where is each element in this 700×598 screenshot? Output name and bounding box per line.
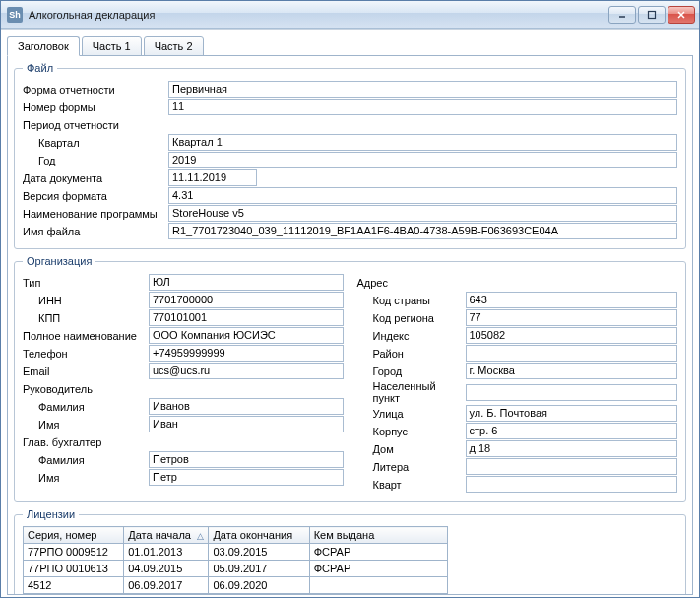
- maximize-button[interactable]: [638, 6, 666, 24]
- label-full-name: Полное наименование: [23, 330, 149, 342]
- tabs: Заголовок Часть 1 Часть 2: [7, 33, 693, 55]
- label-head-fam: Фамилия: [23, 401, 149, 413]
- label-street: Улица: [357, 408, 466, 420]
- label-kpp: КПП: [23, 312, 149, 324]
- label-region: Код региона: [357, 312, 466, 324]
- field-year[interactable]: 2019: [168, 152, 677, 168]
- field-type[interactable]: ЮЛ: [149, 274, 344, 291]
- field-korpus[interactable]: стр. 6: [466, 423, 678, 439]
- label-kvart: Кварт: [357, 479, 466, 491]
- svg-rect-1: [649, 11, 656, 18]
- field-litera[interactable]: [466, 458, 678, 475]
- app-window: Sh Алкогольная декларация Заголовок Част…: [0, 0, 700, 598]
- tab-header[interactable]: Заголовок: [7, 36, 80, 56]
- field-locality[interactable]: [466, 384, 678, 401]
- field-region[interactable]: 77: [466, 309, 678, 326]
- label-house: Дом: [357, 443, 466, 455]
- tab-part1[interactable]: Часть 1: [82, 36, 142, 56]
- cell-start: 04.09.2015: [124, 561, 209, 577]
- org-right-column: Адрес Код страны643 Код региона77 Индекс…: [357, 273, 678, 494]
- field-head-name[interactable]: Иван: [149, 416, 344, 432]
- field-head-fam[interactable]: Иванов: [149, 398, 344, 415]
- label-city: Город: [357, 365, 466, 377]
- label-korpus: Корпус: [357, 426, 466, 437]
- window-buttons: [608, 6, 695, 24]
- field-quarter[interactable]: Квартал 1: [168, 134, 677, 151]
- cell-issuer: [309, 577, 447, 594]
- label-format-ver: Версия формата: [23, 190, 168, 202]
- label-file-name: Имя файла: [23, 226, 168, 237]
- field-index[interactable]: 105082: [466, 327, 678, 344]
- sort-asc-icon: △: [197, 531, 204, 541]
- field-city[interactable]: г. Москва: [466, 363, 678, 379]
- field-district[interactable]: [466, 345, 678, 362]
- label-index: Индекс: [357, 330, 466, 342]
- label-country: Код страны: [357, 295, 466, 306]
- minimize-button[interactable]: [608, 6, 636, 24]
- window-title: Алкогольная декларация: [29, 9, 608, 21]
- field-doc-date[interactable]: 11.11.2019: [168, 169, 257, 186]
- col-series[interactable]: Серия, номер: [24, 527, 124, 544]
- org-group-legend: Организация: [23, 255, 95, 267]
- org-group: Организация ТипЮЛ ИНН7701700000 КПП77010…: [14, 255, 686, 502]
- label-address: Адрес: [357, 277, 466, 289]
- field-acc-name[interactable]: Петр: [149, 469, 344, 486]
- field-kvart[interactable]: [466, 476, 678, 493]
- table-row[interactable]: 77РПО 0010613 04.09.2015 05.09.2017 ФСРА…: [24, 561, 448, 577]
- label-acc-fam: Фамилия: [23, 454, 149, 466]
- lic-group: Лицензии Серия, номер Дата начала△ Дата …: [14, 508, 686, 595]
- label-doc-date: Дата документа: [23, 172, 168, 184]
- licenses-table: Серия, номер Дата начала△ Дата окончания…: [23, 526, 448, 594]
- field-report-form[interactable]: Первичная: [168, 81, 677, 98]
- label-email: Email: [23, 365, 149, 377]
- col-start[interactable]: Дата начала△: [124, 527, 209, 544]
- cell-end: 03.09.2015: [209, 544, 309, 561]
- table-header-row: Серия, номер Дата начала△ Дата окончания…: [24, 527, 448, 544]
- tab-part2[interactable]: Часть 2: [144, 36, 204, 56]
- field-inn[interactable]: 7701700000: [149, 292, 344, 308]
- client-area: Заголовок Часть 1 Часть 2 Файл Форма отч…: [1, 29, 699, 597]
- label-district: Район: [357, 348, 466, 360]
- field-email[interactable]: ucs@ucs.ru: [149, 363, 344, 379]
- label-period: Период отчетности: [23, 119, 168, 131]
- label-form-number: Номер формы: [23, 101, 168, 113]
- field-program-name[interactable]: StoreHouse v5: [168, 205, 677, 222]
- label-type: Тип: [23, 277, 149, 289]
- field-format-ver[interactable]: 4.31: [168, 187, 677, 204]
- field-kpp[interactable]: 770101001: [149, 309, 344, 326]
- cell-series: 77РПО 0010613: [24, 561, 124, 577]
- app-icon: Sh: [7, 7, 23, 23]
- field-house[interactable]: д.18: [466, 440, 678, 457]
- cell-issuer: ФСРАР: [309, 561, 447, 577]
- field-acc-fam[interactable]: Петров: [149, 451, 344, 468]
- field-full-name[interactable]: ООО Компания ЮСИЭС: [149, 327, 344, 344]
- label-head-name: Имя: [23, 419, 149, 431]
- field-country[interactable]: 643: [466, 292, 678, 308]
- label-acc-name: Имя: [23, 472, 149, 484]
- label-report-form: Форма отчетности: [23, 84, 168, 96]
- lic-group-legend: Лицензии: [23, 508, 79, 520]
- field-form-number[interactable]: 11: [168, 99, 677, 115]
- col-end[interactable]: Дата окончания: [209, 527, 309, 544]
- close-button[interactable]: [668, 6, 695, 24]
- file-group: Файл Форма отчетности Первичная Номер фо…: [14, 62, 686, 249]
- label-quarter: Квартал: [23, 137, 168, 149]
- file-group-legend: Файл: [23, 62, 57, 74]
- label-year: Год: [23, 155, 168, 166]
- label-head: Руководитель: [23, 383, 149, 395]
- table-row[interactable]: 4512 06.09.2017 06.09.2020: [24, 577, 448, 594]
- table-row[interactable]: 77РПО 0009512 01.01.2013 03.09.2015 ФСРА…: [24, 544, 448, 561]
- field-phone[interactable]: +74959999999: [149, 345, 344, 362]
- field-file-name[interactable]: R1_7701723040_039_11112019_BF1AA1F6-4BA0…: [168, 223, 677, 239]
- col-start-label: Дата начала: [128, 529, 191, 541]
- cell-start: 06.09.2017: [124, 577, 209, 594]
- label-accountant: Глав. бухгалтер: [23, 436, 149, 448]
- org-left-column: ТипЮЛ ИНН7701700000 КПП770101001 Полное …: [23, 273, 344, 494]
- label-locality: Населенный пункт: [357, 380, 466, 404]
- cell-series: 77РПО 0009512: [24, 544, 124, 561]
- field-street[interactable]: ул. Б. Почтовая: [466, 405, 678, 422]
- titlebar: Sh Алкогольная декларация: [1, 1, 699, 29]
- col-issuer[interactable]: Кем выдана: [309, 527, 447, 544]
- tab-panel-header: Файл Форма отчетности Первичная Номер фо…: [7, 55, 693, 595]
- cell-series: 4512: [24, 577, 124, 594]
